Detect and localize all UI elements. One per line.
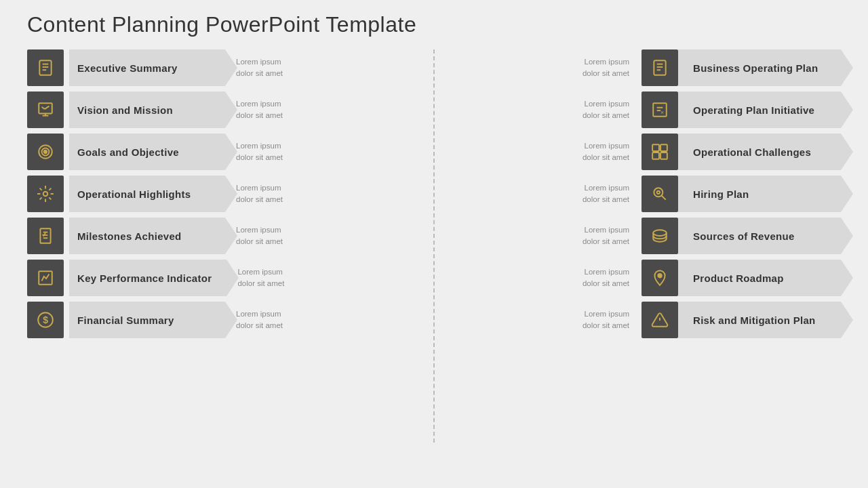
- right-item-risk-mitigation[interactable]: Risk and Mitigation Plan: [640, 302, 841, 338]
- svg-rect-29: [660, 144, 667, 151]
- operational-challenges-label: Operational Challenges: [678, 134, 841, 170]
- right-item-operational-challenges[interactable]: Operational Challenges: [640, 134, 841, 170]
- svg-point-34: [657, 191, 660, 194]
- right-row-hiring-plan: Lorem ipsumdolor sit amet Hiring Plan: [451, 176, 841, 212]
- left-column: Executive Summary Lorem ipsumdolor sit a…: [27, 49, 417, 443]
- column-divider: [433, 49, 435, 443]
- financial-summary-label: Financial Summary: [69, 302, 225, 338]
- business-operating-plan-desc: Lorem ipsumdolor sit amet: [583, 56, 629, 80]
- business-operating-plan-label: Business Operating Plan: [678, 49, 841, 86]
- right-column: Lorem ipsumdolor sit amet Business Opera…: [451, 49, 841, 443]
- kpi-icon: [27, 260, 64, 296]
- svg-rect-13: [40, 228, 50, 243]
- content-area: Executive Summary Lorem ipsumdolor sit a…: [27, 49, 841, 443]
- right-item-sources-of-revenue[interactable]: Sources of Revenue: [640, 218, 841, 254]
- left-row-executive-summary: Executive Summary Lorem ipsumdolor sit a…: [27, 49, 417, 86]
- operational-highlights-label: Operational Highlights: [69, 176, 225, 212]
- svg-point-12: [43, 192, 48, 197]
- kpi-label: Key Performance Indicator: [69, 260, 226, 296]
- svg-point-35: [653, 230, 667, 236]
- product-roadmap-label: Product Roadmap: [678, 260, 841, 296]
- executive-summary-icon: [27, 49, 64, 86]
- milestones-achieved-label: Milestones Achieved: [69, 218, 225, 254]
- vision-mission-desc: Lorem ipsumdolor sit amet: [236, 98, 283, 122]
- left-item-kpi[interactable]: Key Performance Indicator: [27, 260, 226, 296]
- executive-summary-desc: Lorem ipsumdolor sit amet: [236, 56, 283, 80]
- left-item-financial-summary[interactable]: $ Financial Summary: [27, 302, 225, 338]
- svg-rect-24: [653, 103, 667, 117]
- operational-highlights-icon: [27, 176, 64, 212]
- risk-mitigation-desc: Lorem ipsumdolor sit amet: [583, 308, 629, 332]
- left-row-financial-summary: $ Financial Summary Lorem ipsumdolor sit…: [27, 302, 417, 338]
- right-item-business-operating-plan[interactable]: Business Operating Plan: [640, 49, 841, 86]
- left-item-milestones-achieved[interactable]: Milestones Achieved: [27, 218, 225, 254]
- milestones-achieved-desc: Lorem ipsumdolor sit amet: [236, 224, 283, 248]
- operating-plan-initiative-desc: Lorem ipsumdolor sit amet: [583, 98, 629, 122]
- operational-challenges-desc: Lorem ipsumdolor sit amet: [583, 140, 629, 164]
- left-row-goals-objective: Goals and Objective Lorem ipsumdolor sit…: [27, 134, 417, 170]
- right-row-operating-plan-initiative: Lorem ipsumdolor sit amet Operating Plan…: [451, 92, 841, 128]
- svg-point-11: [44, 150, 47, 153]
- risk-mitigation-label: Risk and Mitigation Plan: [678, 302, 841, 338]
- left-row-operational-highlights: Operational Highlights Lorem ipsumdolor …: [27, 176, 417, 212]
- sources-of-revenue-desc: Lorem ipsumdolor sit amet: [583, 224, 629, 248]
- right-row-product-roadmap: Lorem ipsumdolor sit amet Product Roadma…: [451, 260, 841, 296]
- left-row-milestones-achieved: Milestones Achieved Lorem ipsumdolor sit…: [27, 218, 417, 254]
- svg-line-8: [45, 106, 50, 109]
- svg-point-36: [658, 274, 661, 277]
- page-title: Content Planning PowerPoint Template: [27, 12, 841, 37]
- hiring-plan-label: Hiring Plan: [678, 176, 841, 212]
- right-item-operating-plan-initiative[interactable]: Operating Plan Initiative ×: [640, 92, 841, 128]
- right-row-sources-of-revenue: Lorem ipsumdolor sit amet Sources of Rev…: [451, 218, 841, 254]
- svg-rect-20: [654, 60, 665, 75]
- product-roadmap-icon: [642, 260, 678, 296]
- vision-mission-label: Vision and Mission: [69, 92, 225, 128]
- sources-of-revenue-label: Sources of Revenue: [678, 218, 841, 254]
- kpi-desc: Lorem ipsumdolor sit amet: [237, 266, 284, 290]
- financial-summary-desc: Lorem ipsumdolor sit amet: [236, 308, 283, 332]
- page: Content Planning PowerPoint Template Exe…: [0, 0, 868, 488]
- operational-challenges-icon: [642, 134, 678, 170]
- svg-point-32: [654, 188, 663, 197]
- left-item-vision-mission[interactable]: Vision and Mission: [27, 92, 225, 128]
- goals-objective-label: Goals and Objective: [69, 134, 225, 170]
- left-item-operational-highlights[interactable]: Operational Highlights: [27, 176, 225, 212]
- left-item-goals-objective[interactable]: Goals and Objective: [27, 134, 225, 170]
- operating-plan-initiative-label: Operating Plan Initiative: [678, 92, 841, 128]
- financial-summary-icon: $: [27, 302, 64, 338]
- sources-of-revenue-icon: [642, 218, 678, 254]
- goals-objective-desc: Lorem ipsumdolor sit amet: [236, 140, 283, 164]
- svg-rect-28: [652, 144, 659, 151]
- svg-text:$: $: [43, 314, 48, 325]
- business-operating-plan-icon: [642, 49, 678, 86]
- right-row-operational-challenges: Lorem ipsumdolor sit amet Operational Ch…: [451, 134, 841, 170]
- goals-objective-icon: [27, 134, 64, 170]
- executive-summary-label: Executive Summary: [69, 49, 225, 86]
- right-item-hiring-plan[interactable]: Hiring Plan: [640, 176, 841, 212]
- vision-mission-icon: [27, 92, 64, 128]
- left-row-vision-mission: Vision and Mission Lorem ipsumdolor sit …: [27, 92, 417, 128]
- risk-mitigation-icon: [642, 302, 678, 338]
- right-item-product-roadmap[interactable]: Product Roadmap: [640, 260, 841, 296]
- svg-rect-31: [660, 152, 667, 159]
- hiring-plan-desc: Lorem ipsumdolor sit amet: [583, 182, 629, 206]
- svg-line-7: [42, 107, 45, 109]
- svg-rect-0: [39, 60, 51, 75]
- svg-text:×: ×: [660, 109, 664, 116]
- left-item-executive-summary[interactable]: Executive Summary: [27, 49, 225, 86]
- product-roadmap-desc: Lorem ipsumdolor sit amet: [583, 266, 629, 290]
- hiring-plan-icon: [642, 176, 678, 212]
- svg-rect-30: [652, 152, 659, 159]
- operating-plan-initiative-icon: ×: [642, 92, 678, 128]
- right-row-business-operating-plan: Lorem ipsumdolor sit amet Business Opera…: [451, 49, 841, 86]
- right-row-risk-mitigation: Lorem ipsumdolor sit amet Risk and Mitig…: [451, 302, 841, 338]
- svg-line-33: [662, 196, 666, 200]
- left-row-kpi: Key Performance Indicator Lorem ipsumdol…: [27, 260, 417, 296]
- operational-highlights-desc: Lorem ipsumdolor sit amet: [236, 182, 283, 206]
- milestones-achieved-icon: [27, 218, 64, 254]
